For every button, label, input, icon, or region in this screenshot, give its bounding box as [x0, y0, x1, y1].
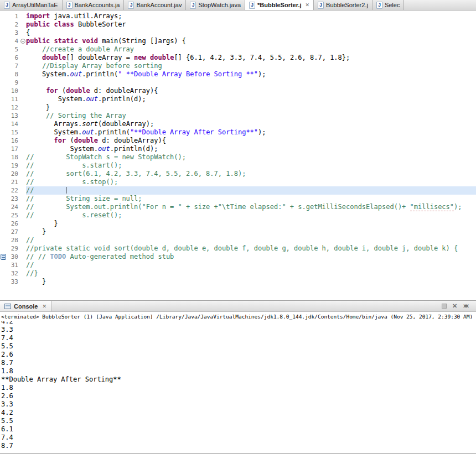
- code-line-text[interactable]: // StopWatch s = new StopWatch();: [26, 153, 476, 161]
- code-line-text[interactable]: // String size = null;: [26, 195, 476, 203]
- code-token: }: [26, 228, 46, 236]
- code-line-text[interactable]: import java.util.Arrays;: [26, 12, 476, 20]
- console-output-line: 1.8: [1, 384, 476, 392]
- code-line: 6 double[] doubleArray = new double[] {6…: [0, 54, 476, 62]
- code-token: // sort(6.1, 4.2, 3.3, 7.4, 5.5, 2.6, 8.…: [26, 170, 246, 178]
- tab-label: *BubbleSorter.j: [257, 2, 301, 8]
- folding-ruler: [20, 112, 26, 120]
- code-token: );: [454, 203, 462, 211]
- close-console-view-icon[interactable]: ✕: [42, 304, 46, 309]
- code-line-text[interactable]: //Display Array before sorting: [26, 62, 476, 70]
- console-output[interactable]: 4.23.37.45.52.68.71.8**Double Array Afte…: [0, 321, 476, 453]
- terminate-icon[interactable]: [442, 304, 447, 309]
- code-token: static: [54, 37, 78, 45]
- console-output-line: 8.7: [1, 359, 476, 367]
- code-line-text[interactable]: }: [26, 220, 476, 228]
- code-line-text[interactable]: }: [26, 278, 476, 286]
- code-line-text[interactable]: public class BubbleSorter: [26, 20, 476, 29]
- code-token: (: [66, 137, 74, 144]
- editor-tab-selec[interactable]: JSelec: [372, 0, 405, 10]
- code-line-text[interactable]: double[] doubleArray = new double[] {6.1…: [26, 54, 476, 62]
- code-token: class: [54, 20, 74, 28]
- close-tab-icon[interactable]: ✕: [306, 2, 310, 8]
- folding-ruler: [20, 153, 26, 161]
- editor-tab-bankaccount-jav[interactable]: JBankAccount.jav: [124, 0, 186, 10]
- code-line: 10 for (double d: doubleArray){: [0, 87, 476, 95]
- code-line-text[interactable]: // s.reset();: [26, 211, 476, 220]
- tab-label: BankAccounts.ja: [75, 2, 120, 8]
- code-token: public: [26, 37, 50, 45]
- code-line-text[interactable]: for (double d: doubleArray){: [26, 137, 476, 145]
- code-line-text[interactable]: // Sorting the Array: [26, 112, 476, 120]
- folding-ruler: [20, 220, 26, 228]
- annotation-ruler: [0, 203, 7, 211]
- code-line-text[interactable]: //: [26, 186, 476, 195]
- line-number: 19: [7, 161, 20, 170]
- line-number: 11: [7, 95, 20, 103]
- folding-ruler: [20, 203, 26, 211]
- code-token: for: [46, 87, 58, 95]
- code-line-text[interactable]: // System.out.println("For n = " + size …: [26, 203, 476, 211]
- code-token: }: [26, 103, 50, 111]
- code-line-text[interactable]: //: [26, 261, 476, 269]
- code-line-text[interactable]: System.out.println(" **Double Array Befo…: [26, 70, 476, 79]
- annotation-ruler: [0, 269, 7, 278]
- code-line-text[interactable]: {: [26, 29, 476, 37]
- code-line-text[interactable]: // // TODO Auto-generated method stub: [26, 253, 476, 261]
- task-marker-icon[interactable]: [1, 254, 6, 260]
- code-line-text[interactable]: //: [26, 236, 476, 244]
- folding-ruler: [20, 120, 26, 128]
- line-number: 13: [7, 112, 20, 120]
- editor-tab-bubblesorter-j[interactable]: J*BubbleSorter.j✕: [245, 0, 314, 10]
- code-token: );: [258, 128, 266, 136]
- code-line-text[interactable]: System.out.println(d);: [26, 145, 476, 153]
- folding-ruler: [20, 103, 26, 112]
- java-file-icon: J: [376, 2, 382, 9]
- java-file-icon: J: [4, 2, 10, 9]
- editor-tab-bankaccounts-ja[interactable]: JBankAccounts.ja: [63, 0, 125, 10]
- annotation-ruler: [0, 261, 7, 269]
- remove-all-launches-icon[interactable]: ✕✕: [463, 303, 469, 309]
- code-line: 25// s.reset();: [0, 211, 476, 220]
- code-line-text[interactable]: //}: [26, 269, 476, 278]
- remove-launch-icon[interactable]: ✕: [452, 303, 457, 309]
- editor-tab-bubblesorter2-j[interactable]: JBubbleSorter2.j: [314, 0, 372, 10]
- fold-collapse-icon[interactable]: −: [20, 39, 25, 44]
- code-line-text[interactable]: System.out.println("**Double Array After…: [26, 128, 476, 137]
- line-number: 24: [7, 203, 20, 211]
- code-token: //Display Array before sorting: [26, 62, 162, 70]
- code-editor[interactable]: 1import java.util.Arrays;2public class B…: [0, 11, 476, 300]
- code-line-text[interactable]: // sort(6.1, 4.2, 3.3, 7.4, 5.5, 2.6, 8.…: [26, 170, 476, 178]
- annotation-ruler: [0, 278, 7, 286]
- code-line: 7 //Display Array before sorting: [0, 62, 476, 70]
- code-token: TODO: [50, 253, 66, 260]
- code-line-text[interactable]: public static void main(String []args) {: [26, 37, 476, 45]
- annotation-ruler: [0, 128, 7, 137]
- code-line-text[interactable]: // s.start();: [26, 161, 476, 170]
- code-line: 30// // TODO Auto-generated method stub: [0, 253, 476, 261]
- tab-console[interactable]: Console ✕: [0, 301, 51, 311]
- code-line: 28//: [0, 236, 476, 244]
- code-line-text[interactable]: for (double d: doubleArray){: [26, 87, 476, 95]
- code-line-text[interactable]: [26, 79, 476, 87]
- code-token: out: [86, 95, 98, 103]
- code-line-text[interactable]: }: [26, 228, 476, 236]
- code-line-text[interactable]: System.out.println(d);: [26, 95, 476, 103]
- line-number: 7: [7, 62, 20, 70]
- annotation-ruler: [0, 253, 7, 261]
- code-token: // //: [26, 253, 50, 260]
- code-line: 22//: [0, 186, 476, 195]
- line-number: 10: [7, 87, 20, 95]
- code-line-text[interactable]: Arrays.sort(doubleArray);: [26, 120, 476, 128]
- code-line-text[interactable]: //private static void sort(double d, dou…: [26, 244, 476, 253]
- code-token: out: [82, 128, 94, 136]
- code-token: [] doubleArray =: [66, 54, 134, 61]
- code-line-text[interactable]: //create a double Array: [26, 45, 476, 54]
- console-icon: [4, 304, 11, 309]
- line-number: 31: [7, 261, 20, 269]
- editor-tab-arrayutilmantae[interactable]: JArrayUtilManTaE: [0, 0, 63, 10]
- code-line-text[interactable]: }: [26, 103, 476, 112]
- line-number: 30: [7, 253, 20, 261]
- editor-tab-stopwatch-java[interactable]: JStopWatch.java: [186, 0, 245, 10]
- code-line-text[interactable]: // s.stop();: [26, 178, 476, 186]
